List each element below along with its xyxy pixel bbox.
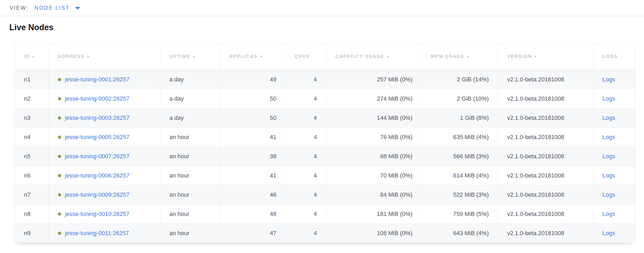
cell-logs: Logs: [593, 166, 635, 185]
column-label: CAPACITY USAGE: [335, 54, 384, 59]
node-row-n9: n9jesse-tuning-0011:26257an hour474108 M…: [15, 224, 635, 243]
cell-logs: Logs: [593, 204, 635, 224]
cell-capacity: 108 MiB (0%): [326, 224, 422, 243]
cell-address: jesse-tuning-0011:26257: [49, 224, 160, 243]
sort-desc-icon: ▼: [32, 55, 35, 58]
logs-link[interactable]: Logs: [602, 172, 615, 179]
column-header-address[interactable]: ADDRESS▼: [49, 44, 160, 70]
node-live-status-icon: [58, 212, 61, 216]
cell-cpus: 4: [286, 224, 326, 243]
node-live-status-icon: [58, 155, 61, 158]
page-title: Live Nodes: [9, 22, 644, 32]
cell-mem: 1 GiB (8%): [422, 108, 498, 128]
sort-desc-icon: ▼: [192, 55, 196, 58]
cell-capacity: 68 MiB (0%): [326, 147, 422, 166]
cell-mem: 643 MiB (4%): [422, 224, 498, 243]
column-label: VERSION: [507, 54, 532, 59]
node-row-n8: n8jesse-tuning-0010:26257an hour484181 M…: [15, 204, 635, 224]
cell-logs: Logs: [593, 70, 635, 89]
cell-version: v2.1.0-beta.20181008: [498, 128, 593, 147]
cell-uptime: an hour: [160, 204, 220, 224]
sort-desc-icon: ▼: [386, 55, 390, 58]
node-row-n3: n3jesse-tuning-0003:26257a day504144 MiB…: [15, 108, 635, 128]
cell-id: n5: [15, 147, 49, 166]
cell-version: v2.1.0-beta.20181008: [498, 70, 593, 89]
column-header-version[interactable]: VERSION▼: [498, 44, 593, 70]
column-header-logs: LOGS: [593, 44, 635, 70]
node-row-n4: n4jesse-tuning-0005:26257an hour41476 Mi…: [15, 128, 635, 147]
node-live-status-icon: [58, 78, 61, 81]
cell-replicas: 50: [220, 89, 286, 108]
cell-id: n2: [15, 89, 49, 108]
cell-id: n1: [15, 70, 49, 89]
cell-cpus: 4: [286, 166, 326, 185]
column-label: ADDRESS: [58, 54, 85, 59]
cell-address: jesse-tuning-0007:26257: [49, 147, 160, 166]
cell-mem: 566 MiB (3%): [422, 147, 498, 166]
cell-mem: 522 MiB (3%): [422, 185, 498, 204]
address-link[interactable]: jesse-tuning-0006:26257: [65, 172, 129, 179]
address-link[interactable]: jesse-tuning-0002:26257: [65, 95, 129, 102]
address-link[interactable]: jesse-tuning-0010:26257: [65, 211, 129, 217]
cell-address: jesse-tuning-0003:26257: [49, 108, 160, 128]
cell-version: v2.1.0-beta.20181008: [498, 89, 593, 108]
cell-version: v2.1.0-beta.20181008: [498, 204, 593, 224]
cell-replicas: 46: [220, 185, 286, 204]
cell-logs: Logs: [593, 89, 635, 108]
cell-mem: 2 GiB (10%): [422, 89, 498, 108]
cell-cpus: 4: [286, 108, 326, 128]
column-header-capacity[interactable]: CAPACITY USAGE▼: [326, 44, 422, 70]
view-selector-dropdown[interactable]: NODE LIST: [34, 5, 80, 11]
node-live-status-icon: [58, 116, 61, 120]
logs-link[interactable]: Logs: [602, 134, 615, 140]
node-live-status-icon: [58, 97, 61, 100]
cell-id: n9: [15, 224, 49, 243]
cell-cpus: 4: [286, 204, 326, 224]
address-link[interactable]: jesse-tuning-0005:26257: [65, 134, 129, 140]
logs-link[interactable]: Logs: [602, 230, 615, 236]
cell-capacity: 181 MiB (0%): [326, 204, 422, 224]
cell-capacity: 70 MiB (0%): [326, 166, 422, 185]
column-header-id[interactable]: ID▼: [15, 44, 49, 70]
column-header-cpus: CPUS: [286, 44, 326, 70]
column-header-mem[interactable]: MEM USAGE▼: [422, 44, 498, 70]
column-label: LOGS: [602, 54, 618, 59]
table-header-row: ID▼ADDRESS▼UPTIME▼REPLICAS▼CPUSCAPACITY …: [15, 44, 635, 70]
cell-mem: 2 GiB (14%): [422, 70, 498, 89]
cell-uptime: an hour: [160, 166, 220, 185]
node-row-n1: n1jesse-tuning-0001:26257a day494257 MiB…: [15, 70, 635, 89]
cell-mem: 759 MiB (5%): [422, 204, 498, 224]
cell-address: jesse-tuning-0006:26257: [49, 166, 160, 185]
cell-version: v2.1.0-beta.20181008: [498, 224, 593, 243]
column-label: REPLICAS: [229, 54, 257, 59]
address-link[interactable]: jesse-tuning-0011:26257: [65, 230, 129, 236]
cell-uptime: a day: [160, 108, 220, 128]
sort-desc-icon: ▼: [86, 55, 90, 58]
logs-link[interactable]: Logs: [602, 153, 615, 160]
logs-link[interactable]: Logs: [602, 76, 615, 83]
cell-capacity: 257 MiB (0%): [326, 70, 422, 89]
cell-capacity: 76 MiB (0%): [326, 128, 422, 147]
logs-link[interactable]: Logs: [602, 191, 615, 198]
node-row-n5: n5jesse-tuning-0007:26257an hour38468 Mi…: [15, 147, 635, 166]
cell-capacity: 144 MiB (0%): [326, 108, 422, 128]
address-link[interactable]: jesse-tuning-0007:26257: [65, 153, 129, 160]
logs-link[interactable]: Logs: [602, 211, 615, 217]
logs-link[interactable]: Logs: [602, 95, 615, 102]
column-header-replicas[interactable]: REPLICAS▼: [220, 44, 286, 70]
cell-replicas: 48: [220, 204, 286, 224]
nodes-table: ID▼ADDRESS▼UPTIME▼REPLICAS▼CPUSCAPACITY …: [15, 43, 635, 243]
cell-address: jesse-tuning-0005:26257: [49, 128, 160, 147]
address-link[interactable]: jesse-tuning-0009:26257: [65, 191, 129, 198]
cell-uptime: an hour: [160, 185, 220, 204]
address-link[interactable]: jesse-tuning-0001:26257: [65, 76, 129, 83]
cell-capacity: 274 MiB (0%): [326, 89, 422, 108]
cell-id: n6: [15, 166, 49, 185]
cell-id: n7: [15, 185, 49, 204]
address-link[interactable]: jesse-tuning-0003:26257: [65, 114, 129, 121]
cell-uptime: an hour: [160, 147, 220, 166]
node-live-status-icon: [58, 193, 61, 196]
logs-link[interactable]: Logs: [602, 114, 615, 121]
column-header-uptime[interactable]: UPTIME▼: [160, 44, 220, 70]
cell-id: n4: [15, 128, 49, 147]
